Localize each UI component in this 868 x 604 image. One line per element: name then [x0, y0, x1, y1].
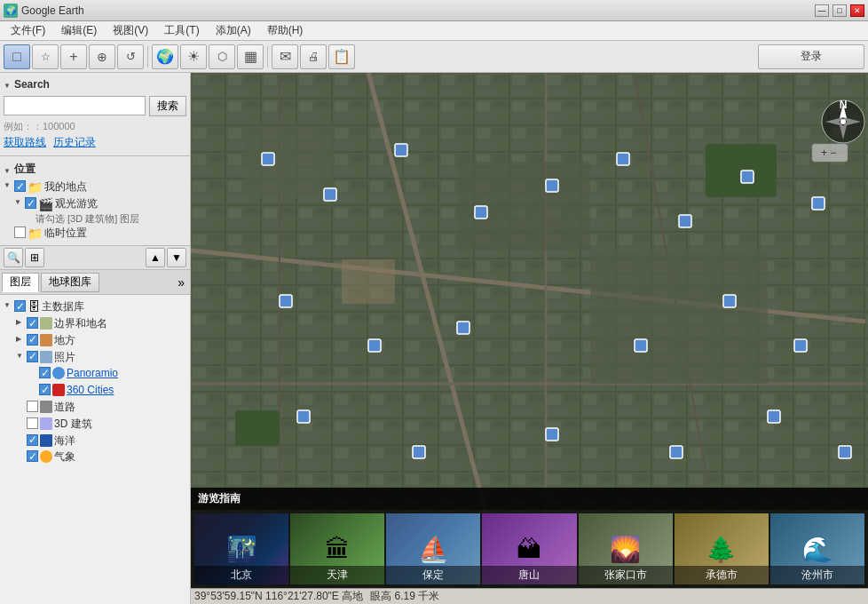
menu-view[interactable]: 视图(V): [106, 21, 155, 40]
photos-label: 照片: [54, 350, 75, 365]
toolbar-btn-hex[interactable]: ⬡: [209, 44, 235, 69]
city-photo-4[interactable]: 🌄张家口市: [579, 513, 673, 584]
maximize-button[interactable]: □: [832, 4, 847, 17]
search-input[interactable]: [4, 96, 146, 115]
main-db-item: 🗄 主数据库: [4, 298, 186, 315]
svg-rect-24: [617, 153, 629, 165]
weather-icon: [40, 450, 52, 463]
map-area[interactable]: N + − 游览指南 🌃北京🏛天津⛵保定🏔唐山🌄张家口: [191, 73, 868, 588]
city-photo-5[interactable]: 🌲承德市: [675, 513, 769, 584]
right-panel: N + − 游览指南 🌃北京🏛天津⛵保定🏔唐山🌄张家口: [191, 73, 868, 604]
main-db-checkbox[interactable]: [14, 300, 26, 312]
toolbar-btn-sky[interactable]: ☀: [180, 44, 207, 69]
toolbar-btn-earth[interactable]: 🌍: [152, 44, 178, 69]
places-label: 地方: [54, 333, 75, 348]
history-link[interactable]: 历史记录: [53, 135, 96, 150]
up-btn[interactable]: ▲: [146, 248, 165, 267]
minimize-button[interactable]: —: [815, 4, 829, 17]
get-route-link[interactable]: 获取路线: [4, 135, 46, 150]
photos-expand[interactable]: [16, 350, 25, 360]
photos-icon: [40, 351, 52, 363]
city-photo-6[interactable]: 🌊沧州市: [770, 513, 864, 584]
layers-content: 🗄 主数据库 边界和地名: [0, 295, 190, 604]
left-bottom: 🔍 ⊞ ▲ ▼ 图层 地球图库 »: [0, 246, 190, 604]
tab-earth-gallery[interactable]: 地球图库: [41, 273, 99, 292]
menu-tools[interactable]: 工具(T): [157, 21, 206, 40]
tab-right-arrow[interactable]: »: [174, 275, 188, 290]
menu-help[interactable]: 帮助(H): [260, 21, 311, 40]
toolbar-separator-1: [147, 46, 148, 68]
tour-expand[interactable]: [14, 196, 23, 206]
position-collapse-icon: [4, 163, 11, 176]
city-photo-label-1: 天津: [290, 566, 384, 584]
ocean-checkbox[interactable]: [27, 434, 38, 446]
cities360-label[interactable]: 360 Cities: [67, 383, 114, 398]
city-photo-label-6: 沧州市: [770, 566, 864, 584]
down-btn[interactable]: ▼: [167, 248, 186, 267]
toolbar-btn-refresh[interactable]: ↺: [117, 44, 144, 69]
city-photo-0[interactable]: 🌃北京: [194, 513, 288, 584]
svg-rect-38: [768, 410, 780, 423]
tour-label: 观光游览: [55, 196, 98, 211]
ocean-item: 海洋: [16, 433, 186, 449]
search-title: Search: [14, 78, 50, 91]
menu-file[interactable]: 文件(F): [4, 21, 52, 40]
places-checkbox[interactable]: [27, 334, 38, 346]
buildings-checkbox[interactable]: [27, 417, 38, 429]
menu-add[interactable]: 添加(A): [209, 21, 258, 40]
places-expand[interactable]: [16, 333, 25, 343]
search-row: 搜索: [4, 96, 186, 116]
svg-rect-29: [368, 339, 381, 352]
guide-header: 游览指南: [191, 488, 868, 510]
search-links: 获取路线 历史记录: [4, 135, 186, 150]
toolbar-btn-email[interactable]: ✉: [272, 44, 298, 69]
search-hint: 例如：：100000: [4, 120, 186, 133]
roads-checkbox[interactable]: [27, 401, 38, 412]
titlebar: 🌍 Google Earth — □ ✕: [0, 0, 868, 21]
borders-label: 边界和地名: [54, 316, 107, 331]
layer-tabs: 图层 地球图库 »: [0, 270, 190, 295]
roads-label: 道路: [54, 400, 75, 415]
weather-item: 气象: [16, 449, 186, 465]
city-photo-2[interactable]: ⛵保定: [386, 513, 480, 584]
position-header[interactable]: 位置: [4, 160, 186, 179]
menu-edit[interactable]: 编辑(E): [54, 21, 104, 40]
svg-rect-30: [457, 322, 470, 334]
browse-guide: 游览指南 🌃北京🏛天津⛵保定🏔唐山🌄张家口市🌲承德市🌊沧州市: [191, 488, 868, 588]
city-photo-1[interactable]: 🏛天津: [290, 513, 384, 584]
weather-checkbox[interactable]: [27, 450, 38, 462]
temp-checkbox[interactable]: [14, 226, 26, 238]
search-nav-btn[interactable]: 🔍: [4, 248, 23, 267]
svg-text:N: N: [840, 99, 848, 111]
weather-label: 气象: [54, 449, 75, 465]
tour-checkbox[interactable]: [25, 197, 36, 209]
search-button[interactable]: 搜索: [149, 96, 186, 116]
main-db-expand[interactable]: [4, 299, 12, 309]
temp-item: 📁 临时位置: [4, 225, 186, 242]
tab-layers[interactable]: 图层: [2, 273, 39, 292]
toolbar-btn-grid[interactable]: ▦: [237, 44, 264, 69]
toolbar-btn-zoom-in[interactable]: +: [60, 44, 87, 69]
toolbar-btn-zoom-out[interactable]: ⊕: [89, 44, 115, 69]
photos-checkbox[interactable]: [27, 351, 38, 362]
borders-expand[interactable]: [16, 316, 25, 326]
toolbar-btn-copy[interactable]: 📋: [328, 44, 355, 69]
close-button[interactable]: ✕: [850, 4, 864, 17]
login-button[interactable]: 登录: [758, 44, 864, 69]
my-places-checkbox[interactable]: [14, 180, 26, 192]
panoramio-label[interactable]: Panoramio: [67, 366, 118, 381]
borders-checkbox[interactable]: [27, 317, 38, 329]
cities360-checkbox[interactable]: [39, 384, 51, 395]
toolbar-btn-select[interactable]: □: [4, 44, 30, 69]
guide-photos: 🌃北京🏛天津⛵保定🏔唐山🌄张家口市🌲承德市🌊沧州市: [191, 510, 868, 588]
panoramio-checkbox[interactable]: [39, 367, 51, 378]
search-header[interactable]: Search: [4, 76, 186, 92]
toolbar-btn-star[interactable]: ☆: [32, 44, 59, 69]
city-photo-3[interactable]: 🏔唐山: [482, 513, 576, 584]
my-places-expand[interactable]: [4, 179, 12, 189]
toolbar-btn-print[interactable]: 🖨: [300, 44, 327, 69]
svg-point-46: [840, 119, 846, 124]
zoom-nav-btn[interactable]: ⊞: [25, 248, 44, 267]
buildings-icon: [40, 417, 52, 430]
roads-item: 道路: [16, 399, 186, 416]
